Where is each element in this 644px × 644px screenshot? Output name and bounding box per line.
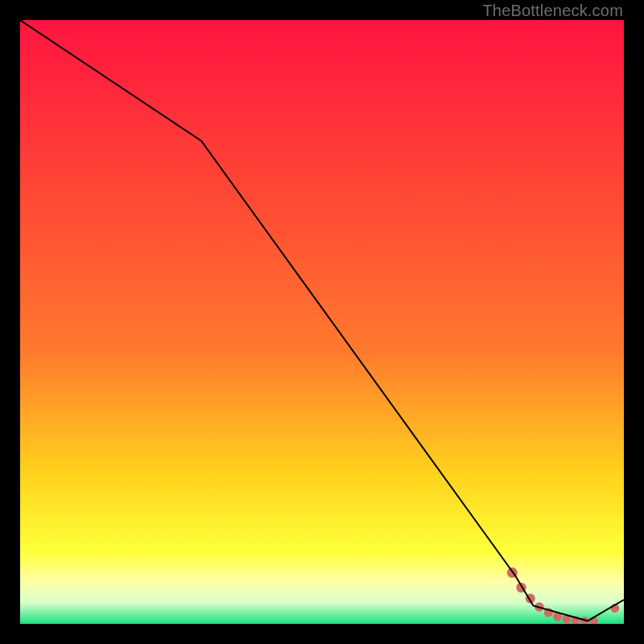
plot-area bbox=[20, 20, 624, 624]
chart-overlay bbox=[20, 20, 624, 624]
data-curve bbox=[20, 20, 624, 621]
watermark-text: TheBottleneck.com bbox=[482, 2, 623, 20]
chart-stage: TheBottleneck.com bbox=[0, 0, 644, 644]
marker-group bbox=[507, 568, 619, 624]
